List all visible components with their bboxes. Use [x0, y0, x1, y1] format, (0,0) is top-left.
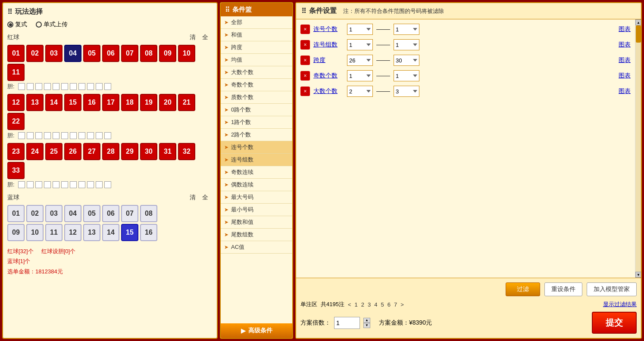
play-mode-fushi[interactable]: 复式 — [7, 21, 27, 28]
condition-name-3[interactable]: 跨度 — [313, 56, 344, 64]
blue-clear-btn[interactable]: 清 — [190, 194, 196, 202]
next-page[interactable]: > — [400, 301, 404, 308]
model-btn[interactable]: 加入模型管家 — [587, 282, 637, 296]
red-dan-cb-33[interactable] — [104, 181, 111, 188]
condition-hevalue[interactable]: ➤ 和值 — [221, 29, 292, 41]
red-dan-cb-16[interactable] — [53, 132, 59, 139]
red-dan-cb-23[interactable] — [18, 181, 25, 188]
prev-page[interactable]: < — [348, 301, 351, 308]
blue-ball-07[interactable]: 07 — [121, 205, 138, 222]
red-ball-32[interactable]: 32 — [178, 143, 195, 160]
condition-oushu-lx[interactable]: ➤ 偶数连续 — [221, 179, 292, 191]
red-ball-18[interactable]: 18 — [121, 94, 138, 111]
remove-condition-4[interactable]: × — [300, 71, 310, 81]
chart-link-2[interactable]: 图表 — [619, 41, 631, 49]
page-4[interactable]: 4 — [374, 301, 377, 308]
red-ball-19[interactable]: 19 — [140, 94, 157, 111]
condition-from-5[interactable]: 213 — [347, 86, 373, 97]
condition-jishu[interactable]: ➤ 奇数个数 — [221, 79, 292, 91]
red-all-btn[interactable]: 全 — [202, 34, 208, 41]
condition-weishu-he[interactable]: ➤ 尾数和值 — [221, 216, 292, 229]
blue-ball-11[interactable]: 11 — [45, 224, 63, 241]
scroll-top-btn[interactable]: ▲ — [635, 19, 641, 25]
red-ball-29[interactable]: 29 — [121, 143, 138, 160]
red-ball-31[interactable]: 31 — [159, 143, 176, 160]
red-ball-11[interactable]: 11 — [7, 64, 25, 81]
blue-ball-02[interactable]: 02 — [26, 205, 44, 222]
red-dan-cb-6[interactable] — [61, 83, 68, 90]
blue-ball-08[interactable]: 08 — [140, 205, 157, 222]
chart-link-5[interactable]: 图表 — [619, 87, 631, 95]
red-ball-17[interactable]: 17 — [102, 94, 119, 111]
red-ball-28[interactable]: 28 — [102, 143, 119, 160]
page-5[interactable]: 5 — [381, 301, 384, 308]
condition-to-1[interactable]: 123 — [394, 24, 419, 35]
condition-to-2[interactable]: 123 — [394, 39, 419, 50]
red-ball-02[interactable]: 02 — [26, 45, 44, 62]
blue-ball-06[interactable]: 06 — [102, 205, 119, 222]
condition-2lu[interactable]: ➤ 2路个数 — [221, 129, 292, 141]
red-ball-07[interactable]: 07 — [121, 45, 138, 62]
red-ball-01[interactable]: 01 — [7, 45, 25, 62]
red-dan-cb-20[interactable] — [87, 132, 94, 139]
red-ball-16[interactable]: 16 — [83, 94, 100, 111]
red-ball-33[interactable]: 33 — [7, 162, 25, 179]
chart-link-1[interactable]: 图表 — [619, 25, 631, 33]
page-2[interactable]: 2 — [361, 301, 364, 308]
filter-btn[interactable]: 过滤 — [506, 282, 540, 296]
red-dan-cb-11[interactable] — [104, 83, 111, 90]
page-3[interactable]: 3 — [368, 301, 371, 308]
red-dan-cb-2[interactable] — [27, 83, 34, 90]
condition-to-3[interactable]: 30272829 — [394, 55, 419, 66]
red-ball-26[interactable]: 26 — [64, 143, 81, 160]
condition-weishu-zu[interactable]: ➤ 尾数组数 — [221, 229, 292, 241]
red-dan-cb-12[interactable] — [18, 132, 25, 139]
red-ball-21[interactable]: 21 — [178, 94, 195, 111]
advanced-conditions-btn[interactable]: ▶ 高级条件 — [221, 323, 292, 338]
blue-all-btn[interactable]: 全 — [202, 194, 208, 202]
blue-ball-12[interactable]: 12 — [64, 224, 81, 241]
condition-to-5[interactable]: 312 — [394, 86, 419, 97]
page-1[interactable]: 1 — [355, 301, 358, 308]
blue-ball-15[interactable]: 15 — [121, 224, 138, 241]
red-ball-08[interactable]: 08 — [140, 45, 157, 62]
remove-condition-2[interactable]: × — [300, 40, 310, 50]
red-dan-cb-1[interactable] — [18, 83, 25, 90]
chart-link-3[interactable]: 图表 — [619, 56, 631, 64]
remove-condition-3[interactable]: × — [300, 56, 310, 65]
red-dan-cb-28[interactable] — [61, 181, 68, 188]
red-dan-cb-13[interactable] — [27, 132, 34, 139]
page-6[interactable]: 6 — [388, 301, 391, 308]
blue-ball-10[interactable]: 10 — [26, 224, 44, 241]
red-dan-cb-22[interactable] — [104, 132, 111, 139]
red-dan-cb-27[interactable] — [53, 181, 59, 188]
condition-0lu[interactable]: ➤ 0路个数 — [221, 104, 292, 116]
condition-to-4[interactable]: 123 — [394, 70, 419, 81]
condition-jishu-lx[interactable]: ➤ 奇数连续 — [221, 166, 292, 179]
red-ball-20[interactable]: 20 — [159, 94, 176, 111]
blue-ball-13[interactable]: 13 — [83, 224, 100, 241]
condition-max[interactable]: ➤ 最大号码 — [221, 191, 292, 204]
red-dan-cb-24[interactable] — [27, 181, 34, 188]
red-dan-cb-21[interactable] — [96, 132, 103, 139]
red-dan-cb-3[interactable] — [35, 83, 42, 90]
red-dan-cb-10[interactable] — [96, 83, 103, 90]
red-ball-03[interactable]: 03 — [45, 45, 63, 62]
page-7[interactable]: 7 — [394, 301, 397, 308]
red-dan-cb-32[interactable] — [96, 181, 103, 188]
condition-from-1[interactable]: 123 — [347, 24, 373, 35]
red-dan-cb-31[interactable] — [87, 181, 94, 188]
blue-ball-14[interactable]: 14 — [102, 224, 119, 241]
display-result-link[interactable]: 显示过滤结果 — [603, 301, 637, 308]
condition-kuadu[interactable]: ➤ 跨度 — [221, 41, 292, 54]
scroll-bottom-btn[interactable]: ▼ — [635, 272, 641, 278]
condition-lianhao[interactable]: ➤ 连号个数 — [221, 141, 292, 154]
red-ball-05[interactable]: 05 — [83, 45, 100, 62]
red-ball-06[interactable]: 06 — [102, 45, 119, 62]
condition-name-2[interactable]: 连号组数 — [313, 41, 344, 49]
condition-zhishu[interactable]: ➤ 质数个数 — [221, 91, 292, 104]
red-dan-cb-19[interactable] — [78, 132, 85, 139]
remove-condition-1[interactable]: × — [300, 25, 310, 34]
play-mode-danshi[interactable]: 单式上传 — [36, 21, 68, 28]
red-dan-cb-14[interactable] — [35, 132, 42, 139]
